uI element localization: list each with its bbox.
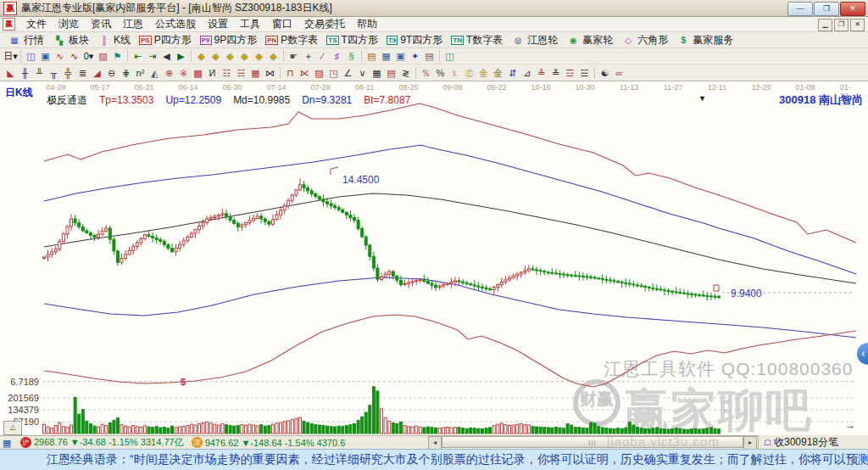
svg-text:9.9400: 9.9400 <box>731 288 762 299</box>
date-tick: 09-22 <box>487 83 506 92</box>
indicator-value: Tp=13.3503 <box>99 94 153 106</box>
indicator-value: Up=12.2509 <box>165 94 221 106</box>
date-tick: 05-31 <box>134 83 153 92</box>
period-label: 日K线 <box>5 86 33 100</box>
app-window: 赢 赢家江恩专业版[赢家内部服务平台] - [南山智尚 SZ300918-183… <box>0 0 868 470</box>
date-tick: 12-11 <box>708 83 726 92</box>
date-tick: 09-08 <box>442 83 462 92</box>
date-tick: 01-08 <box>795 83 815 92</box>
date-tick: 08-11 <box>355 83 374 92</box>
date-tick: 08-25 <box>398 83 418 92</box>
date-tick: 11-27 <box>664 83 682 92</box>
svg-text:6.7189: 6.7189 <box>10 377 39 387</box>
date-tick: 11-13 <box>620 83 638 92</box>
date-tick: 05-17 <box>90 83 109 92</box>
indicator-value: Md=10.9985 <box>233 94 290 106</box>
indicator-value: Dn=9.3281 <box>302 94 352 106</box>
date-tick: 10-30 <box>575 83 594 92</box>
date-tick: 10-16 <box>531 83 550 92</box>
indicator-value: Bt=7.8087 <box>364 94 410 106</box>
date-tick: 06-30 <box>222 83 242 92</box>
svg-text:14.4500: 14.4500 <box>342 174 380 186</box>
date-tick: 07-14 <box>266 83 286 92</box>
volume-right-arrow-icon[interactable]: → <box>845 419 855 431</box>
svg-text:134379: 134379 <box>8 405 39 415</box>
chart-triangle-marker: ▼ <box>698 94 706 103</box>
indicator-value: 极反通道 <box>47 94 87 106</box>
svg-text:201569: 201569 <box>8 393 39 403</box>
stock-name-label: 300918 南山智尚 <box>779 92 863 108</box>
date-tick: 04-28 <box>46 83 65 92</box>
date-tick: 06-14 <box>178 83 198 92</box>
volume-expand-button[interactable]: △ <box>3 421 22 435</box>
date-tick: 12-25 <box>751 83 771 92</box>
watermark-url-text: liaoba.vict3u.com <box>607 434 720 449</box>
kline-chart[interactable]: 6.718920156913437967190$14.45009.9400 <box>0 0 868 470</box>
date-tick: 07-28 <box>310 83 330 92</box>
indicator-readout: 极反通道Tp=13.3503Up=12.2509Md=10.9985Dn=9.3… <box>47 93 422 108</box>
